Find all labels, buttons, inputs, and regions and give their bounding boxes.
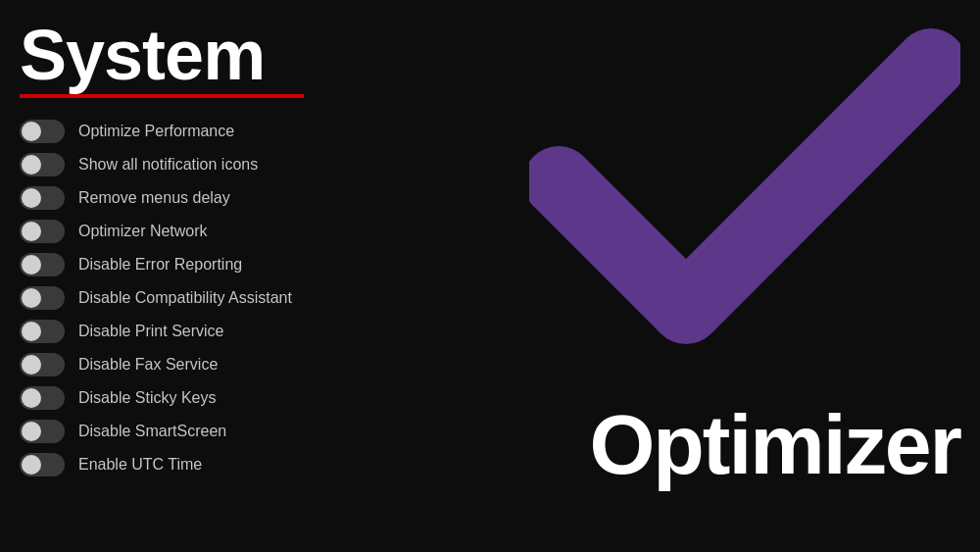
toggle-label-optimizer-network: Optimizer Network [78, 223, 208, 240]
toggle-disable-error-reporting[interactable] [20, 253, 65, 276]
toggle-item-disable-error-reporting: Disable Error Reporting [20, 249, 392, 280]
toggle-disable-sticky-keys[interactable] [20, 386, 65, 410]
main-container: System Optimize PerformanceShow all noti… [0, 0, 980, 552]
toggle-enable-utc-time[interactable] [20, 453, 65, 477]
toggle-disable-compatibility-assistant[interactable] [20, 286, 65, 310]
toggle-remove-menus-delay[interactable] [20, 186, 65, 210]
checkmark-icon [529, 20, 960, 363]
toggle-item-show-notification-icons: Show all notification icons [20, 149, 392, 180]
toggle-label-enable-utc-time: Enable UTC Time [78, 456, 202, 474]
toggle-item-optimizer-network: Optimizer Network [20, 216, 392, 247]
toggle-item-disable-compatibility-assistant: Disable Compatibility Assistant [20, 282, 392, 314]
toggle-label-remove-menus-delay: Remove menus delay [78, 189, 230, 207]
toggle-show-notification-icons[interactable] [20, 153, 65, 176]
toggle-list: Optimize PerformanceShow all notificatio… [20, 116, 392, 480]
toggle-disable-print-service[interactable] [20, 320, 65, 343]
right-panel: Optimizer [412, 0, 980, 552]
brand-text: Optimizer [589, 396, 960, 493]
toggle-label-disable-sticky-keys: Disable Sticky Keys [78, 389, 217, 407]
toggle-item-enable-utc-time: Enable UTC Time [20, 449, 392, 480]
toggle-label-disable-print-service: Disable Print Service [78, 323, 224, 340]
toggle-item-disable-sticky-keys: Disable Sticky Keys [20, 382, 392, 414]
page-title: System [20, 20, 392, 90]
toggle-label-optimize-performance: Optimize Performance [78, 123, 234, 140]
toggle-item-disable-smartscreen: Disable SmartScreen [20, 416, 392, 447]
toggle-item-remove-menus-delay: Remove menus delay [20, 182, 392, 214]
toggle-disable-smartscreen[interactable] [20, 420, 65, 443]
toggle-label-disable-compatibility-assistant: Disable Compatibility Assistant [78, 289, 292, 307]
title-section: System [20, 20, 392, 98]
title-underline [20, 94, 304, 98]
toggle-item-disable-print-service: Disable Print Service [20, 316, 392, 347]
toggle-label-disable-fax-service: Disable Fax Service [78, 356, 218, 374]
toggle-item-disable-fax-service: Disable Fax Service [20, 349, 392, 380]
toggle-label-disable-smartscreen: Disable SmartScreen [78, 423, 226, 440]
toggle-item-optimize-performance: Optimize Performance [20, 116, 392, 147]
left-panel: System Optimize PerformanceShow all noti… [0, 0, 412, 552]
toggle-optimizer-network[interactable] [20, 220, 65, 243]
toggle-label-show-notification-icons: Show all notification icons [78, 156, 258, 174]
toggle-optimize-performance[interactable] [20, 120, 65, 143]
toggle-disable-fax-service[interactable] [20, 353, 65, 376]
toggle-label-disable-error-reporting: Disable Error Reporting [78, 256, 242, 274]
